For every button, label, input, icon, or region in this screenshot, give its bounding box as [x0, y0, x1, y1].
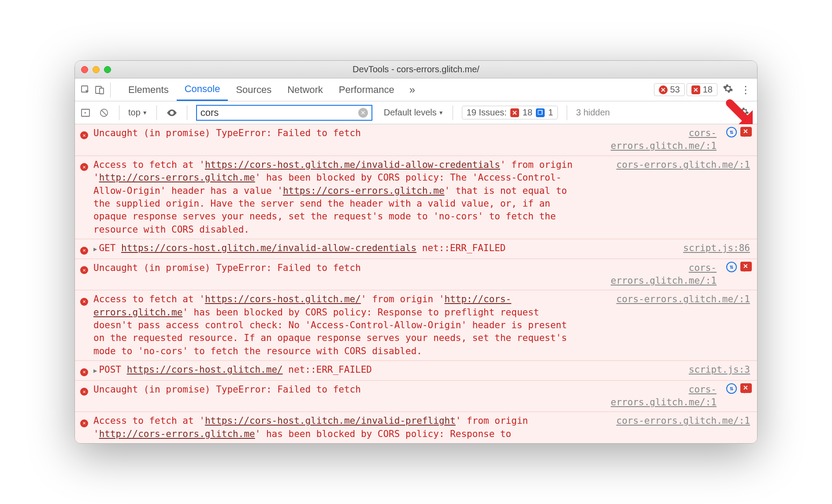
context-value: top: [128, 107, 141, 118]
error-icon: ✕: [80, 293, 93, 358]
source-link[interactable]: script.js:86: [584, 242, 752, 256]
toggle-device-toolbar-icon[interactable]: [93, 84, 106, 96]
issue-error-icon: ✕: [510, 108, 519, 117]
issue-link-icon[interactable]: [740, 383, 752, 393]
console-row[interactable]: ✕Access to fetch at 'https://cors-host.g…: [75, 156, 757, 239]
error-count-badge[interactable]: ✕ 53: [654, 83, 685, 96]
issues-label: 19 Issues:: [467, 107, 507, 118]
issue-count: 18: [703, 85, 713, 95]
issue-count-badge[interactable]: ✕ 18: [687, 83, 717, 96]
source-link[interactable]: cors-errors.glitch.me/:1: [584, 159, 752, 236]
row-badges: ⇅: [726, 127, 752, 137]
error-icon: ✕: [80, 383, 93, 409]
error-icon: ✕: [80, 159, 93, 236]
error-icon: ✕: [80, 415, 93, 441]
source-link[interactable]: cors-errors.glitch.me/:1: [584, 415, 752, 441]
console-message: Uncaught (in promise) TypeError: Failed …: [93, 383, 584, 409]
error-icon: ✕: [659, 85, 668, 94]
devtools-window: DevTools - cors-errors.glitch.me/ Elemen…: [74, 60, 758, 444]
refresh-icon[interactable]: ⇅: [726, 127, 737, 137]
main-toolbar: ElementsConsoleSourcesNetworkPerformance…: [75, 78, 757, 101]
divider: [453, 105, 453, 120]
svg-rect-2: [100, 88, 104, 94]
divider: [110, 82, 111, 97]
issue-link-icon[interactable]: [740, 127, 752, 137]
tab-sources[interactable]: Sources: [228, 78, 279, 101]
divider: [187, 105, 187, 120]
clear-filter-icon[interactable]: ✕: [358, 108, 368, 118]
console-message: Access to fetch at 'https://cors-host.gl…: [93, 415, 584, 441]
tab-console[interactable]: Console: [177, 78, 228, 101]
refresh-icon[interactable]: ⇅: [726, 383, 737, 394]
console-message: Access to fetch at 'https://cors-host.gl…: [93, 293, 584, 358]
console-message: Uncaught (in promise) TypeError: Failed …: [93, 127, 584, 153]
console-row[interactable]: ✕Uncaught (in promise) TypeError: Failed…: [75, 259, 757, 291]
error-icon: ✕: [80, 242, 93, 256]
titlebar: DevTools - cors-errors.glitch.me/: [75, 61, 757, 78]
chevron-down-icon: ▼: [142, 110, 148, 116]
console-row[interactable]: ✕▶GET https://cors-host.glitch.me/invali…: [75, 239, 757, 259]
issues-error-count: 18: [523, 107, 532, 118]
window-title: DevTools - cors-errors.glitch.me/: [75, 64, 757, 74]
tab-performance[interactable]: Performance: [331, 78, 402, 101]
error-icon: ✕: [80, 262, 93, 288]
chevron-down-icon: ▼: [438, 110, 444, 116]
refresh-icon[interactable]: ⇅: [726, 262, 737, 272]
issue-link-icon[interactable]: [740, 262, 752, 271]
divider: [156, 105, 157, 120]
issue-message-icon: ❐: [536, 108, 545, 117]
console-row[interactable]: ✕Access to fetch at 'https://cors-host.g…: [75, 290, 757, 361]
filter-box[interactable]: ✕: [196, 105, 372, 121]
row-badges: ⇅: [726, 383, 752, 394]
console-message: Uncaught (in promise) TypeError: Failed …: [93, 262, 584, 288]
console-message: ▶POST https://cors-host.glitch.me/ net::…: [93, 363, 584, 377]
issue-error-icon: ✕: [691, 85, 700, 94]
source-link[interactable]: cors-errors.glitch.me/:1: [584, 293, 752, 358]
log-level-value: Default levels: [384, 107, 437, 118]
log-level-selector[interactable]: Default levels ▼: [384, 107, 444, 118]
console-settings-icon[interactable]: [736, 107, 753, 119]
more-options-icon[interactable]: ⋮: [739, 84, 753, 96]
console-row[interactable]: ✕Access to fetch at 'https://cors-host.g…: [75, 412, 757, 444]
live-expression-icon[interactable]: [166, 107, 178, 119]
filter-input[interactable]: [201, 107, 358, 119]
error-icon: ✕: [80, 127, 93, 153]
console-row[interactable]: ✕Uncaught (in promise) TypeError: Failed…: [75, 124, 757, 156]
issues-pill[interactable]: 19 Issues: ✕ 18 ❐ 1: [462, 106, 558, 119]
error-count: 53: [670, 85, 680, 95]
row-badges: ⇅: [726, 262, 752, 272]
divider: [567, 105, 567, 120]
hidden-count[interactable]: 3 hidden: [576, 107, 610, 118]
tab-elements[interactable]: Elements: [120, 78, 177, 101]
console-toolbar: top ▼ ✕ Default levels ▼ 19 Issues: ✕ 18…: [75, 101, 757, 124]
clear-console-icon[interactable]: [98, 107, 110, 119]
source-link[interactable]: script.js:3: [584, 363, 752, 377]
tab-strip: ElementsConsoleSourcesNetworkPerformance: [120, 78, 402, 101]
console-row[interactable]: ✕Uncaught (in promise) TypeError: Failed…: [75, 381, 757, 412]
inspect-element-icon[interactable]: [79, 84, 92, 96]
console-log-area: ✕Uncaught (in promise) TypeError: Failed…: [75, 124, 757, 444]
error-icon: ✕: [80, 363, 93, 377]
more-tabs-button[interactable]: »: [404, 84, 420, 96]
console-row[interactable]: ✕▶POST https://cors-host.glitch.me/ net:…: [75, 361, 757, 380]
issues-message-count: 1: [548, 107, 553, 118]
console-message: Access to fetch at 'https://cors-host.gl…: [93, 159, 584, 236]
divider: [119, 105, 119, 120]
tab-network[interactable]: Network: [279, 78, 331, 101]
context-selector[interactable]: top ▼: [128, 107, 148, 118]
show-console-sidebar-icon[interactable]: [79, 107, 92, 119]
console-message: ▶GET https://cors-host.glitch.me/invalid…: [93, 242, 584, 256]
settings-icon[interactable]: [719, 83, 737, 96]
